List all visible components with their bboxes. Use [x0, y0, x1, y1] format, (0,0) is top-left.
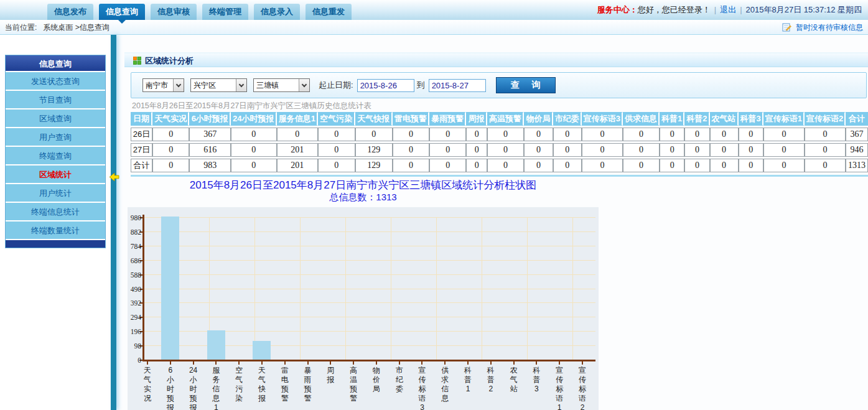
- x-tick: [376, 361, 377, 365]
- value-cell: 0: [152, 128, 190, 141]
- nav-tab-1[interactable]: 信息查询: [99, 4, 145, 20]
- datetime-display: 2015年8月27日 15:37:12 星期四: [746, 5, 862, 14]
- table-column-header: 宣传标语2: [805, 112, 846, 126]
- y-axis-label: 392: [128, 299, 141, 307]
- value-cell: 0: [739, 159, 763, 172]
- sidebar-item-5[interactable]: 区域统计: [6, 165, 105, 184]
- table-column-header: 高温预警: [487, 112, 524, 126]
- value-cell: 0: [710, 143, 739, 157]
- x-tick: [559, 361, 560, 365]
- breadcrumb-root-link[interactable]: 系统桌面: [43, 23, 73, 32]
- x-axis-label: 供求信息: [440, 366, 450, 403]
- value-cell: 0: [582, 159, 623, 172]
- breadcrumb: 当前位置: 系统桌面 >信息查询: [5, 20, 110, 35]
- sidebar-item-0[interactable]: 发送状态查询: [6, 72, 105, 91]
- value-cell: 0: [763, 159, 805, 172]
- breadcrumb-label: 当前位置:: [5, 23, 37, 32]
- table-column-header: 供求信息: [623, 112, 660, 126]
- table-bottom-border: [131, 175, 868, 177]
- value-cell: 0: [623, 159, 660, 172]
- module-grid-icon: [133, 57, 141, 67]
- value-cell: 0: [660, 143, 684, 157]
- date-from-input[interactable]: [357, 79, 414, 92]
- x-axis-label: 科普2: [486, 366, 496, 394]
- v-gridline: [391, 217, 391, 360]
- table-row: 27日06160201012900000000000000946: [131, 143, 868, 157]
- value-cell: 0: [739, 143, 763, 157]
- value-cell: 129: [355, 143, 393, 157]
- value-cell: 0: [429, 159, 466, 172]
- table-column-header: 6小时预报: [189, 112, 231, 126]
- query-button[interactable]: 查 询: [496, 77, 556, 93]
- value-cell: 0: [393, 128, 429, 141]
- value-cell: 367: [846, 128, 868, 141]
- nav-tab-4[interactable]: 信息录入: [254, 4, 300, 20]
- row-label-cell: 27日: [131, 143, 152, 157]
- value-cell: 0: [466, 159, 487, 172]
- nav-tab-2[interactable]: 信息审核: [151, 4, 197, 20]
- v-gridline: [254, 217, 255, 360]
- x-axis-label: 空气污染: [234, 366, 244, 403]
- value-cell: 0: [805, 159, 846, 172]
- audit-status-link[interactable]: 暂时没有待审核信息: [782, 20, 863, 35]
- x-axis-label: 高温预警: [348, 366, 358, 403]
- h-gridline: [144, 289, 595, 289]
- value-cell: 0: [660, 159, 684, 172]
- value-cell: 616: [189, 143, 231, 157]
- table-row: 26日0367000000000000000000367: [131, 128, 868, 141]
- sidebar-item-8[interactable]: 终端数量统计: [6, 221, 105, 240]
- logout-link[interactable]: 退出: [720, 5, 736, 14]
- town-select-value: 三塘镇: [254, 79, 299, 91]
- sidebar-item-1[interactable]: 节目查询: [6, 91, 105, 109]
- h-gridline: [144, 274, 595, 275]
- x-tick: [490, 361, 492, 365]
- sidebar-collapse-arrow-icon[interactable]: [110, 173, 119, 183]
- sidebar-divider[interactable]: [111, 35, 116, 410]
- town-select[interactable]: 三塘镇: [253, 78, 310, 92]
- y-axis: [142, 215, 144, 361]
- city-select[interactable]: 南宁市: [142, 78, 184, 92]
- chart-title: 2015年8月26日至2015年8月27日南宁市兴宁区三塘镇区域统计分析柱状图: [128, 178, 599, 192]
- date-to-input[interactable]: [429, 79, 486, 92]
- value-cell: 0: [582, 143, 623, 157]
- x-axis-label: 天气快报: [257, 366, 267, 403]
- nav-tab-5[interactable]: 信息重发: [306, 4, 352, 20]
- sidebar-item-6[interactable]: 用户统计: [6, 184, 105, 203]
- audit-status-text: 暂时没有待审核信息: [796, 23, 863, 32]
- value-cell: 201: [277, 143, 318, 157]
- x-tick: [513, 361, 515, 365]
- x-tick: [170, 361, 171, 365]
- sidebar-item-3[interactable]: 用户查询: [6, 128, 105, 147]
- table-column-header: 宣传标语3: [582, 112, 623, 126]
- date-to-label: 到: [417, 80, 425, 91]
- value-cell: 0: [355, 128, 393, 141]
- district-select[interactable]: 兴宁区: [190, 78, 247, 92]
- nav-tab-3[interactable]: 终端管理: [202, 4, 248, 20]
- x-axis-label: 物价局: [371, 366, 381, 394]
- panel-header: 区域统计分析: [124, 52, 868, 67]
- service-center-label: 服务中心：: [597, 5, 638, 14]
- table-column-header: 日期: [131, 112, 152, 126]
- city-select-value: 南宁市: [143, 79, 173, 91]
- breadcrumb-bar: 当前位置: 系统桌面 >信息查询 暂时没有待审核信息: [0, 20, 868, 35]
- breadcrumb-current: 信息查询: [80, 23, 110, 32]
- value-cell: 0: [487, 143, 524, 157]
- value-cell: 0: [231, 128, 277, 141]
- y-axis-label: 196: [128, 328, 141, 335]
- value-cell: 0: [318, 159, 355, 172]
- sidebar-item-7[interactable]: 终端信息统计: [6, 203, 105, 221]
- table-column-header: 市纪委: [553, 112, 582, 126]
- value-cell: 0: [763, 143, 805, 157]
- value-cell: 0: [805, 128, 846, 141]
- sidebar-item-4[interactable]: 终端查询: [6, 147, 105, 165]
- sidebar-item-2[interactable]: 区域查询: [6, 109, 105, 128]
- x-tick: [215, 361, 217, 365]
- table-column-header: 24小时预报: [231, 112, 277, 126]
- value-cell: 0: [582, 128, 623, 141]
- nav-tab-0[interactable]: 信息发布: [47, 4, 93, 20]
- h-gridline: [144, 317, 595, 317]
- h-gridline: [144, 260, 595, 261]
- x-axis-label: 科普1: [463, 366, 473, 394]
- x-axis-label: 宣传标语1: [554, 366, 564, 410]
- x-tick: [353, 361, 354, 365]
